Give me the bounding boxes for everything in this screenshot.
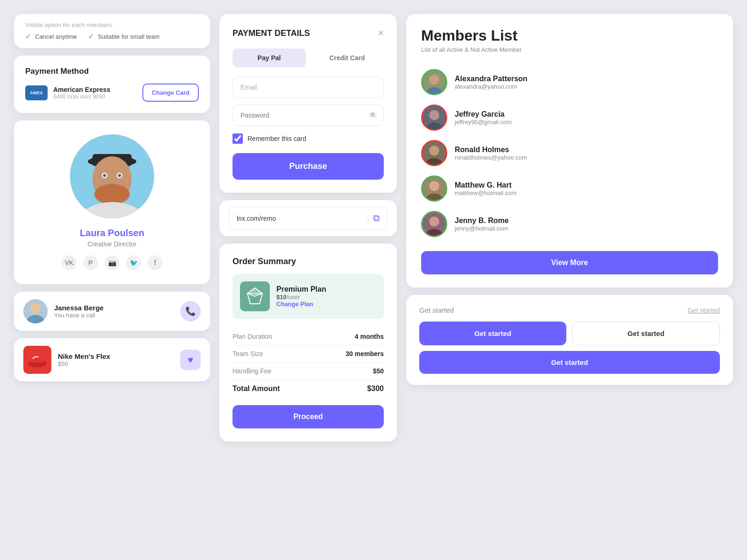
svg-point-27: [429, 181, 439, 191]
remember-checkbox[interactable]: [233, 133, 243, 144]
pinterest-icon[interactable]: P: [83, 255, 98, 270]
member-item-5: Jenny B. Rome jenny@hotmail.com: [421, 206, 718, 242]
email-input[interactable]: [233, 77, 384, 98]
plan-box: Premium Plan $10/user Change Plan: [233, 274, 384, 319]
get-started-button-2[interactable]: Get started: [572, 322, 720, 345]
member-item: Alexandra Patterson alexandra@yahoo.com: [421, 64, 718, 100]
member-email-5: jenny@hotmail.com: [455, 225, 718, 232]
get-started-link[interactable]: Get started: [688, 307, 720, 314]
diamond-icon: [246, 287, 264, 306]
member-email-1: alexandra@yahoo.com: [455, 83, 718, 90]
member-email-2: jeffrey95@gmail.com: [455, 119, 718, 126]
middle-panel: PAYMENT DETAILS × Pay Pal Credit Card 👁 …: [219, 14, 397, 546]
member-info-5: Jenny B. Rome jenny@hotmail.com: [455, 217, 718, 232]
member-avatar-1: [421, 69, 447, 95]
call-button[interactable]: 📞: [180, 301, 201, 322]
change-plan-link[interactable]: Change Plan: [276, 301, 326, 308]
amex-name: American Express: [53, 86, 137, 93]
cancel-anytime-label: Cancel anytime: [35, 33, 77, 40]
view-more-button[interactable]: View More: [421, 251, 718, 274]
product-info: Nike Men's Flex $50: [58, 352, 174, 367]
vk-icon[interactable]: VK: [62, 255, 77, 270]
svg-point-30: [429, 217, 439, 226]
modal-close-button[interactable]: ×: [378, 27, 384, 39]
product-price: $50: [58, 360, 174, 367]
order-summary-card: Order Summary Premium Plan $10/user Chan…: [219, 244, 397, 441]
product-name: Nike Men's Flex: [58, 352, 174, 360]
duration-label: Plan Duration: [233, 333, 272, 340]
suitable-label: Suitable for small team: [98, 33, 160, 40]
tab-paypal[interactable]: Pay Pal: [233, 49, 306, 67]
show-password-icon[interactable]: 👁: [369, 111, 377, 120]
amex-logo: AMEX: [25, 85, 48, 100]
profile-avatar: [70, 134, 154, 218]
member-avatar-4: [421, 175, 447, 202]
handling-value: $50: [373, 367, 384, 375]
profile-card: Alexandra Patterson Laura Poulsen Creati…: [14, 120, 210, 284]
proceed-button[interactable]: Proceed: [233, 405, 384, 428]
total-label: Total Amount: [233, 385, 280, 393]
member-name-1: Alexandra Patterson: [455, 75, 718, 83]
member-name-4: Matthew G. Hart: [455, 181, 718, 189]
notif-avatar: [23, 299, 48, 323]
notif-avatar-svg: [23, 299, 48, 323]
member-avatar-2: [421, 105, 447, 131]
members-card: Members List List of all Active & Not Ac…: [406, 14, 733, 287]
notification-card: Janessa Berge You have a call 📞: [14, 292, 210, 331]
svg-point-21: [429, 110, 439, 120]
remember-row: Remember this card: [233, 133, 384, 144]
purchase-button[interactable]: Purchase: [233, 153, 384, 180]
order-title: Order Summary: [233, 257, 384, 266]
member-email-3: ronaldholmes@yahoo.com: [455, 154, 718, 161]
url-divider: [368, 214, 368, 223]
duration-value: 4 months: [355, 333, 384, 340]
modal-title: PAYMENT DETAILS: [233, 28, 310, 38]
instagram-icon[interactable]: 📷: [105, 255, 120, 270]
password-input[interactable]: [233, 105, 384, 126]
notif-name: Janessa Berge: [54, 304, 174, 312]
password-row: 👁: [233, 105, 384, 126]
notif-info: Janessa Berge You have a call: [54, 304, 174, 319]
plan-info: Premium Plan $10/user Change Plan: [276, 285, 326, 308]
members-subtitle: List of all Active & Not Active Member: [421, 46, 718, 53]
get-started-row-1: Get started Get started: [419, 322, 720, 345]
plan-icon: [240, 281, 270, 311]
get-started-button-3[interactable]: Get started: [419, 351, 720, 374]
svg-point-8: [118, 174, 121, 177]
team-size-row: Team Size 30 members: [233, 345, 384, 363]
favorite-button[interactable]: ♥: [180, 350, 201, 370]
twitter-icon[interactable]: 🐦: [126, 255, 141, 270]
payment-modal: PAYMENT DETAILS × Pay Pal Credit Card 👁 …: [219, 14, 397, 193]
team-label: Team Size: [233, 350, 263, 357]
profile-role: Creative Director: [25, 240, 199, 248]
get-started-card: Get started Get started Get started Get …: [406, 295, 733, 385]
facebook-icon[interactable]: f: [148, 255, 162, 270]
product-card: Nike Men's Flex $50 ♥: [14, 338, 210, 381]
member-info-2: Jeffrey Garcia jeffrey95@gmail.com: [455, 110, 718, 126]
get-started-buttons: Get started Get started Get started: [419, 322, 720, 374]
profile-face-svg: [70, 134, 154, 218]
remember-label: Remember this card: [247, 135, 306, 142]
total-amount-row: Total Amount $300: [233, 380, 384, 398]
members-title: Members List: [421, 27, 718, 44]
member-avatar-5: [421, 211, 447, 237]
storage-hint: Visible option for each members.: [25, 21, 199, 28]
product-image: [23, 346, 51, 374]
social-icons: VK P 📷 🐦 f: [25, 255, 199, 270]
copy-icon[interactable]: ⧉: [373, 213, 380, 224]
get-started-button-1[interactable]: Get started: [419, 322, 566, 345]
member-name-5: Jenny B. Rome: [455, 217, 718, 225]
member-name-3: Ronald Holmes: [455, 146, 718, 154]
left-panel: Visible option for each members. ✓ Cance…: [14, 14, 210, 546]
member-avatar-3: [421, 140, 447, 166]
plan-price: $10/user: [276, 294, 326, 301]
total-value: $300: [367, 385, 384, 393]
get-started-title: Get started: [419, 306, 454, 314]
svg-point-24: [429, 146, 439, 155]
right-panel: Members List List of all Active & Not Ac…: [406, 14, 733, 546]
amex-info: American Express 6490 xxxx xxxx 9090: [53, 86, 137, 100]
tab-credit-card[interactable]: Credit Card: [310, 49, 384, 67]
member-name-2: Jeffrey Garcia: [455, 110, 718, 119]
change-card-button[interactable]: Change Card: [142, 84, 199, 102]
svg-point-4: [94, 184, 130, 204]
